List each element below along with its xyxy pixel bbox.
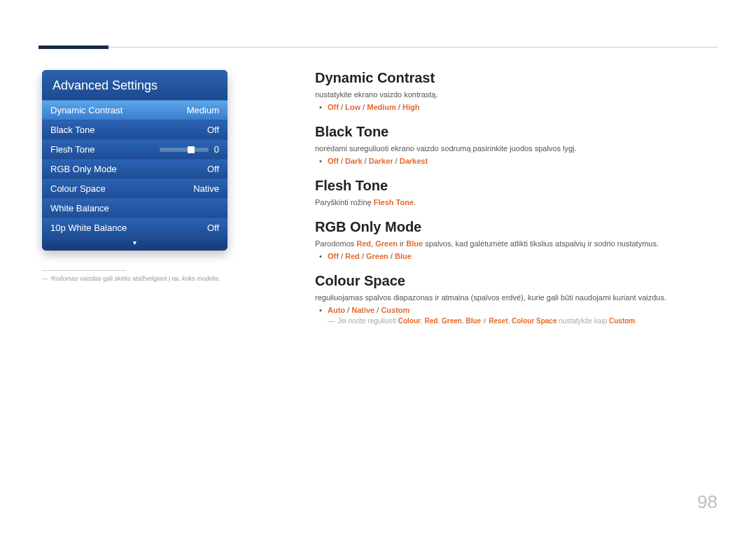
footnote-rule: [42, 270, 126, 271]
option: Green: [366, 252, 388, 260]
menu-item-value: Off: [207, 164, 219, 174]
page-number: 98: [697, 491, 718, 513]
section-black-tone: Black Tone norėdami sureguliuoti ekrano …: [315, 124, 718, 165]
chevron-down-icon[interactable]: ▾: [42, 237, 227, 251]
menu-item-label: RGB Only Mode: [50, 164, 117, 174]
menu-item-value: 0: [214, 144, 219, 155]
section-desc: norėdami sureguliuoti ekrano vaizdo sodr…: [315, 144, 718, 153]
menu-item-label: White Balance: [50, 203, 109, 213]
menu-item-flesh-tone[interactable]: Flesh Tone 0: [42, 139, 227, 159]
option: Darkest: [400, 157, 428, 165]
options-line: Off / Dark / Darker / Darkest: [315, 157, 718, 165]
menu-item-label: 10p White Balance: [50, 223, 127, 233]
menu-item-label: Colour Space: [50, 183, 106, 194]
section-rgb-only: RGB Only Mode Parodomos Red, Green ir Bl…: [315, 219, 718, 260]
header-rule: [38, 47, 718, 48]
menu-item-label: Black Tone: [50, 125, 94, 135]
menu-item-rgb-only[interactable]: RGB Only Mode Off: [42, 159, 227, 178]
section-colour-space: Colour Space reguliuojamas spalvos diapa…: [315, 273, 718, 325]
section-title: Colour Space: [315, 273, 718, 289]
menu-panel: Advanced Settings Dynamic Contrast Mediu…: [42, 70, 227, 251]
option: Darker: [369, 157, 393, 165]
option: Red: [345, 252, 360, 260]
option: Native: [351, 306, 374, 314]
option: Dark: [345, 157, 362, 165]
term-green: Green: [375, 239, 398, 248]
section-title: Dynamic Contrast: [315, 70, 718, 86]
menu-item-black-tone[interactable]: Black Tone Off: [42, 120, 227, 139]
options-line: Auto / Native / Custom: [315, 306, 718, 314]
option: Off: [328, 103, 339, 111]
option: Low: [345, 103, 360, 111]
option: Auto: [328, 306, 345, 314]
option: Custom: [381, 306, 410, 314]
section-title: RGB Only Mode: [315, 219, 718, 235]
menu-item-dynamic-contrast[interactable]: Dynamic Contrast Medium: [42, 100, 227, 120]
section-desc: nustatykite ekrano vaizdo kontrastą.: [315, 90, 718, 99]
options-line: Off / Low / Medium / High: [315, 103, 718, 111]
section-title: Flesh Tone: [315, 178, 718, 194]
section-flesh-tone: Flesh Tone Paryškinti rožinę Flesh Tone.: [315, 178, 718, 206]
content-column: Dynamic Contrast nustatykite ekrano vaiz…: [315, 70, 718, 337]
section-desc: Parodomos Red, Green ir Blue spalvos, ka…: [315, 239, 718, 248]
option: Medium: [367, 103, 396, 111]
header-accent: [38, 45, 108, 49]
menu-item-label: Dynamic Contrast: [50, 105, 122, 115]
menu-title: Advanced Settings: [42, 70, 227, 100]
option: Blue: [395, 252, 412, 260]
page-body: Advanced Settings Dynamic Contrast Mediu…: [42, 70, 718, 337]
menu-item-value: Medium: [187, 105, 219, 115]
option: Off: [328, 252, 339, 260]
section-note: ―Jei norite reguliuoti Colour, Red, Gree…: [315, 317, 718, 325]
options-line: Off / Red / Green / Blue: [315, 252, 718, 260]
term: Flesh Tone: [374, 198, 414, 206]
left-column: Advanced Settings Dynamic Contrast Mediu…: [42, 70, 227, 337]
menu-item-value: Off: [207, 125, 219, 135]
term-blue: Blue: [406, 239, 423, 248]
menu-item-value: Native: [193, 183, 219, 194]
menu-item-white-balance[interactable]: White Balance: [42, 198, 227, 218]
section-desc: reguliuojamas spalvos diapazonas ir atma…: [315, 293, 718, 302]
menu-item-10p-white-balance[interactable]: 10p White Balance Off: [42, 218, 227, 237]
section-dynamic-contrast: Dynamic Contrast nustatykite ekrano vaiz…: [315, 70, 718, 111]
slider-icon[interactable]: [160, 148, 209, 152]
menu-item-value-wrap: 0: [160, 144, 219, 155]
menu-item-value: Off: [207, 223, 219, 233]
menu-item-label: Flesh Tone: [50, 144, 94, 155]
section-desc: Paryškinti rožinę Flesh Tone.: [315, 198, 718, 206]
option: High: [402, 103, 419, 111]
footnote-text: Rodomas vaizdas gali skirtis atsižvelgia…: [51, 275, 220, 282]
menu-item-colour-space[interactable]: Colour Space Native: [42, 178, 227, 198]
section-title: Black Tone: [315, 124, 718, 140]
term-red: Red: [356, 239, 371, 248]
left-footnote: ―Rodomas vaizdas gali skirtis atsižvelgi…: [42, 275, 227, 282]
footnote-dash: ―: [42, 275, 48, 282]
option: Off: [328, 157, 339, 165]
